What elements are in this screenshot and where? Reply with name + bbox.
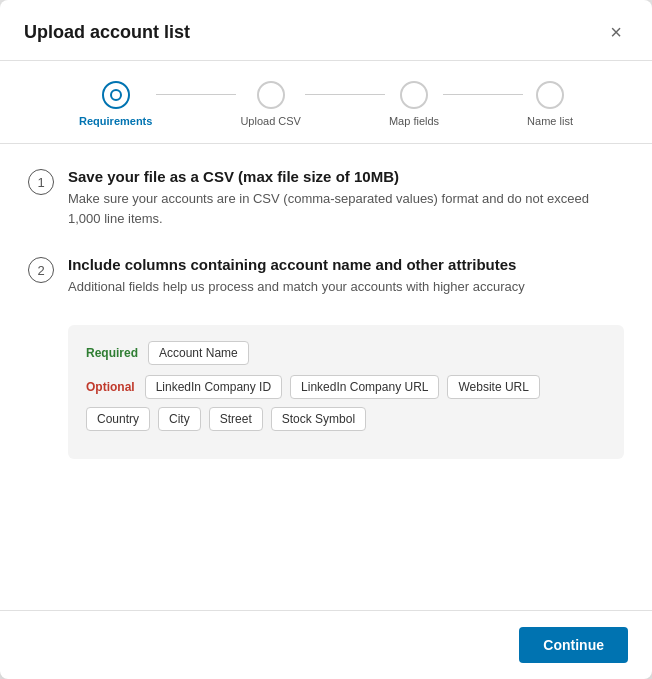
attributes-box: Required Account Name Optional LinkedIn … — [68, 325, 624, 459]
step-number-2: 2 — [28, 257, 54, 283]
close-button[interactable]: × — [604, 20, 628, 44]
step-line-2 — [305, 94, 385, 95]
step-circle-4 — [536, 81, 564, 109]
upload-modal: Upload account list × Requirements Uploa… — [0, 0, 652, 679]
continue-button[interactable]: Continue — [519, 627, 628, 663]
required-attributes-row: Required Account Name — [86, 341, 606, 365]
instruction-2-description: Additional fields help us process and ma… — [68, 277, 525, 297]
tag-country: Country — [86, 407, 150, 431]
tag-city: City — [158, 407, 201, 431]
step-label-2: Upload CSV — [240, 115, 301, 127]
tag-stock-symbol: Stock Symbol — [271, 407, 366, 431]
step-label-1: Requirements — [79, 115, 152, 127]
tag-linkedin-company-id: LinkedIn Company ID — [145, 375, 282, 399]
step-line-1 — [156, 94, 236, 95]
step-label-4: Name list — [527, 115, 573, 127]
step-group: Requirements Upload CSV Map fields Name … — [79, 81, 573, 127]
instruction-1-heading: Save your file as a CSV (max file size o… — [68, 168, 624, 185]
step-content-1: Save your file as a CSV (max file size o… — [68, 168, 624, 228]
tag-account-name: Account Name — [148, 341, 249, 365]
step-label-3: Map fields — [389, 115, 439, 127]
step-line-3 — [443, 94, 523, 95]
required-label: Required — [86, 346, 138, 360]
modal-title: Upload account list — [24, 22, 190, 43]
step-item-name-list: Name list — [527, 81, 573, 127]
modal-body: 1 Save your file as a CSV (max file size… — [0, 144, 652, 610]
optional-attributes-row: Optional LinkedIn Company ID LinkedIn Co… — [86, 375, 606, 431]
optional-label: Optional — [86, 380, 135, 394]
modal-footer: Continue — [0, 610, 652, 679]
instruction-1-description: Make sure your accounts are in CSV (comm… — [68, 189, 624, 228]
stepper: Requirements Upload CSV Map fields Name … — [0, 61, 652, 144]
step-circle-3 — [400, 81, 428, 109]
svg-point-0 — [111, 90, 121, 100]
modal-header: Upload account list × — [0, 0, 652, 61]
step-circle-1 — [102, 81, 130, 109]
instruction-2: 2 Include columns containing account nam… — [28, 256, 624, 297]
step-content-2: Include columns containing account name … — [68, 256, 525, 297]
step-item-requirements: Requirements — [79, 81, 152, 127]
tag-website-url: Website URL — [447, 375, 539, 399]
step-item-upload-csv: Upload CSV — [240, 81, 301, 127]
step-number-1: 1 — [28, 169, 54, 195]
tag-street: Street — [209, 407, 263, 431]
step-circle-2 — [257, 81, 285, 109]
step-item-map-fields: Map fields — [389, 81, 439, 127]
instruction-1: 1 Save your file as a CSV (max file size… — [28, 168, 624, 228]
instruction-2-heading: Include columns containing account name … — [68, 256, 525, 273]
tag-linkedin-company-url: LinkedIn Company URL — [290, 375, 439, 399]
